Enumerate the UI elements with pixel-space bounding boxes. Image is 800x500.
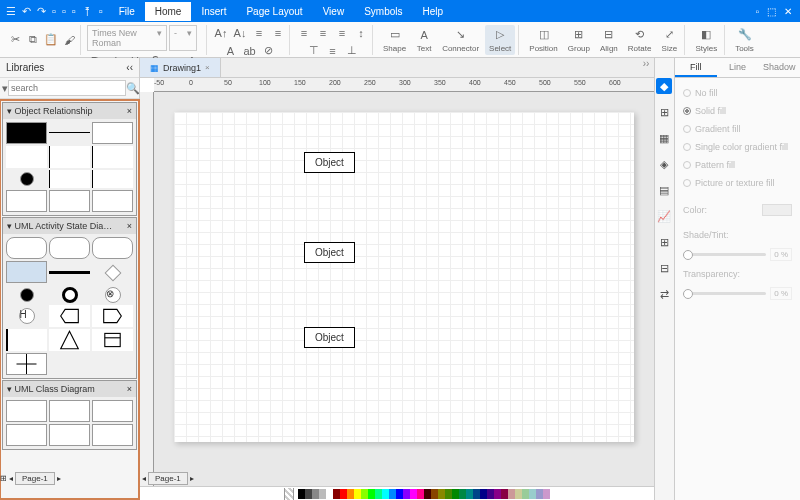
minimize-icon[interactable]: ▫ — [755, 6, 759, 17]
menu-insert[interactable]: Insert — [191, 2, 236, 21]
highlight-icon[interactable]: ab — [242, 43, 258, 59]
tool-size[interactable]: ⤢Size — [657, 27, 681, 53]
color-swatch[interactable] — [382, 489, 389, 499]
tool-tools[interactable]: 🔧Tools — [731, 27, 758, 53]
shade-value[interactable]: 0 % — [770, 248, 792, 261]
print-icon[interactable]: ▫ — [99, 5, 103, 17]
shape-stencil[interactable] — [49, 146, 90, 168]
shape-stencil[interactable] — [92, 400, 133, 422]
fill-option[interactable]: No fill — [681, 84, 794, 102]
export-icon[interactable]: ⭱ — [82, 5, 93, 17]
tool-rotate[interactable]: ⟲Rotate — [624, 27, 656, 53]
menu-symbols[interactable]: Symbols — [354, 2, 412, 21]
shade-slider[interactable] — [683, 253, 766, 256]
page-tab[interactable]: Page-1 — [15, 472, 55, 485]
color-swatch[interactable] — [466, 489, 473, 499]
page-nav-next-icon[interactable]: ▸ — [190, 474, 194, 483]
color-swatch[interactable] — [333, 489, 340, 499]
close-category-icon[interactable]: × — [127, 106, 132, 116]
table-panel-icon[interactable]: ⊞ — [656, 234, 672, 250]
color-swatch[interactable] — [298, 489, 305, 499]
shape-stencil[interactable] — [49, 170, 90, 188]
color-swatch[interactable] — [522, 489, 529, 499]
color-swatch[interactable] — [403, 489, 410, 499]
shape-stencil[interactable] — [92, 237, 133, 259]
shape-stencil[interactable] — [49, 132, 90, 133]
diagram-object[interactable]: Object — [304, 327, 355, 348]
shape-stencil[interactable] — [6, 424, 47, 446]
search-input[interactable] — [8, 80, 126, 96]
shape-stencil[interactable] — [92, 305, 133, 327]
tool-group[interactable]: ⊞Group — [564, 27, 594, 53]
line-spacing-icon[interactable]: ↕ — [353, 25, 369, 41]
tab-fill[interactable]: Fill — [675, 58, 717, 77]
shape-stencil[interactable] — [6, 329, 47, 351]
maximize-icon[interactable]: ⬚ — [767, 6, 776, 17]
color-swatch[interactable] — [375, 489, 382, 499]
fill-option[interactable]: Solid fill — [681, 102, 794, 120]
shape-stencil[interactable] — [92, 329, 133, 351]
shape-stencil[interactable] — [6, 190, 47, 212]
grow-font-icon[interactable]: A↑ — [213, 25, 229, 41]
arrange-panel-icon[interactable]: ⇄ — [656, 286, 672, 302]
font-color-icon[interactable]: A — [223, 43, 239, 59]
color-swatch[interactable] — [368, 489, 375, 499]
shape-stencil[interactable] — [6, 353, 47, 375]
color-swatch[interactable] — [417, 489, 424, 499]
shape-stencil[interactable] — [49, 305, 90, 327]
page-nav-prev-icon[interactable]: ◂ — [9, 474, 13, 483]
color-swatch[interactable] — [501, 489, 508, 499]
color-swatch[interactable] — [424, 489, 431, 499]
color-swatch[interactable] — [312, 489, 319, 499]
shape-stencil[interactable] — [92, 190, 133, 212]
shape-stencil[interactable] — [49, 424, 90, 446]
canvas[interactable]: Object Object Object — [154, 92, 654, 486]
tool-text[interactable]: AText — [412, 27, 436, 53]
color-swatch[interactable] — [494, 489, 501, 499]
color-swatch[interactable] — [347, 489, 354, 499]
color-swatch[interactable] — [445, 489, 452, 499]
tab-line[interactable]: Line — [717, 58, 759, 77]
color-swatch[interactable] — [487, 489, 494, 499]
page-nav-prev-icon[interactable]: ◂ — [142, 474, 146, 483]
shape-stencil[interactable] — [6, 400, 47, 422]
color-swatch[interactable] — [762, 204, 792, 216]
color-swatch[interactable] — [473, 489, 480, 499]
color-swatch[interactable] — [319, 489, 326, 499]
image-panel-icon[interactable]: ▦ — [656, 130, 672, 146]
valign-mid-icon[interactable]: ≡ — [325, 43, 341, 59]
shape-stencil[interactable] — [92, 146, 133, 168]
shape-stencil[interactable] — [49, 400, 90, 422]
color-swatch[interactable] — [305, 489, 312, 499]
color-swatch[interactable] — [438, 489, 445, 499]
color-swatch[interactable] — [431, 489, 438, 499]
valign-top-icon[interactable]: ⊤ — [306, 43, 322, 59]
redo-icon[interactable]: ↷ — [37, 5, 46, 18]
color-swatch[interactable] — [543, 489, 550, 499]
close-category-icon[interactable]: × — [127, 384, 132, 394]
menu-view[interactable]: View — [313, 2, 355, 21]
color-swatch[interactable] — [354, 489, 361, 499]
diagram-object[interactable]: Object — [304, 152, 355, 173]
fill-panel-icon[interactable]: ◆ — [656, 78, 672, 94]
transparency-value[interactable]: 0 % — [770, 287, 792, 300]
color-swatch[interactable] — [536, 489, 543, 499]
line-panel-icon[interactable]: ⊞ — [656, 104, 672, 120]
shape-stencil[interactable] — [20, 172, 34, 186]
shape-stencil[interactable] — [92, 170, 133, 188]
shape-stencil[interactable] — [49, 329, 90, 351]
chart-panel-icon[interactable]: 📈 — [656, 208, 672, 224]
clear-format-icon[interactable]: ⊘ — [261, 43, 277, 59]
shrink-font-icon[interactable]: A↓ — [232, 25, 248, 41]
bullets-icon[interactable]: ≡ — [251, 25, 267, 41]
undo-icon[interactable]: ↶ — [22, 5, 31, 18]
color-swatch[interactable] — [340, 489, 347, 499]
color-swatch[interactable] — [515, 489, 522, 499]
collapse-icon[interactable]: ‹‹ — [126, 62, 133, 73]
close-category-icon[interactable]: × — [127, 221, 132, 231]
align-right-icon[interactable]: ≡ — [334, 25, 350, 41]
menu-file[interactable]: File — [109, 2, 145, 21]
shape-stencil[interactable] — [20, 288, 34, 302]
open-icon[interactable]: ▫ — [72, 5, 76, 17]
shape-stencil[interactable] — [6, 237, 47, 259]
